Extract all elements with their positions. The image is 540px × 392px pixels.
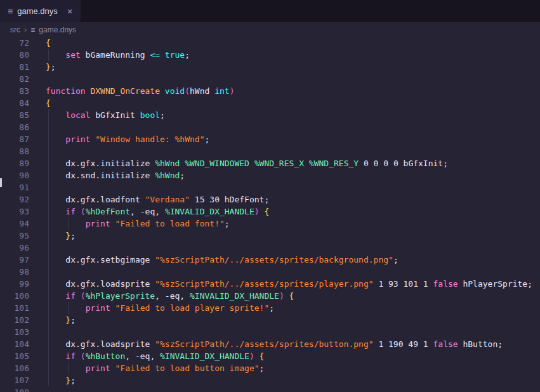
code-text: };	[29, 61, 56, 73]
code-line[interactable]: 108	[0, 386, 540, 392]
token	[76, 207, 81, 216]
line-number[interactable]: 101	[0, 302, 29, 314]
line-number[interactable]: 96	[0, 242, 29, 254]
code-editor[interactable]: 72{80 set bGameRunning <= true;81};8283f…	[0, 37, 540, 392]
token: }	[65, 315, 70, 325]
line-number[interactable]: 85	[0, 109, 29, 121]
code-line[interactable]: 91	[0, 181, 540, 193]
line-number[interactable]: 100	[0, 290, 29, 302]
line-number[interactable]: 93	[0, 206, 29, 218]
line-number[interactable]: 88	[0, 145, 29, 157]
token: ;	[70, 231, 76, 240]
token: 0 0 0 0 bGfxInit;	[359, 159, 448, 168]
code-line[interactable]: 87 print "Window handle: %hWnd";	[0, 133, 540, 145]
token: %WND_WINDOWED	[185, 159, 249, 168]
line-number[interactable]: 102	[0, 314, 29, 326]
line-number[interactable]: 99	[0, 278, 29, 290]
file-type-icon: ≡	[30, 25, 35, 34]
line-number[interactable]: 95	[0, 230, 29, 242]
line-number[interactable]: 80	[0, 49, 29, 61]
code-line[interactable]: 100 if (%hPlayerSprite, -eq, %INVALID_DX…	[0, 290, 540, 302]
indent-guide	[48, 206, 49, 218]
line-number[interactable]: 94	[0, 218, 29, 230]
line-number[interactable]: 92	[0, 193, 29, 206]
indent-guide	[48, 133, 49, 145]
token	[304, 159, 309, 168]
indent-guide	[48, 314, 49, 326]
code-line[interactable]: 81};	[0, 61, 540, 73]
code-line[interactable]: 95 };	[0, 230, 540, 242]
line-number[interactable]: 105	[0, 350, 29, 362]
file-type-icon: ≡	[8, 7, 13, 16]
code-line[interactable]: 85 local bGfxInit bool;	[0, 109, 540, 121]
code-text	[29, 73, 46, 85]
line-number[interactable]: 107	[0, 374, 29, 386]
token	[254, 351, 260, 361]
line-number[interactable]: 98	[0, 266, 29, 278]
token: {	[289, 291, 294, 301]
code-line[interactable]: 96	[0, 242, 540, 254]
line-number[interactable]: 108	[0, 386, 29, 392]
code-line[interactable]: 88	[0, 145, 540, 157]
code-line[interactable]: 92 dx.gfx.loadfont "Verdana" 15 30 hDefF…	[0, 193, 540, 206]
code-line[interactable]: 86	[0, 121, 540, 133]
line-number[interactable]: 91	[0, 181, 29, 193]
token: ;	[204, 134, 209, 144]
breadcrumb-item-file[interactable]: game.dnys	[39, 25, 76, 34]
indent-guide	[48, 290, 49, 302]
code-line[interactable]: 80 set bGameRunning <= true;	[0, 49, 540, 61]
line-number[interactable]: 72	[0, 37, 29, 49]
line-number[interactable]: 87	[0, 133, 29, 145]
code-line[interactable]: 83function DXWND_OnCreate void(hWnd int)	[0, 85, 540, 97]
code-text: };	[29, 374, 76, 386]
token: dx.snd.initialize	[46, 171, 155, 180]
line-number[interactable]: 90	[0, 169, 29, 181]
breadcrumb-item-src[interactable]: src	[10, 25, 20, 34]
token: dx.gfx.initialize	[46, 159, 155, 168]
code-line[interactable]: 93 if (%hDefFont, -eq, %INVALID_DX_HANDL…	[0, 206, 540, 218]
line-number[interactable]: 106	[0, 362, 29, 374]
token: 1 93 101 1	[374, 279, 433, 289]
line-number[interactable]: 89	[0, 157, 29, 169]
token	[110, 219, 115, 228]
indent-guide	[48, 230, 49, 242]
code-line[interactable]: 90 dx.snd.initialize %hWnd;	[0, 169, 540, 181]
code-line[interactable]: 89 dx.gfx.initialize %hWnd %WND_WINDOWED…	[0, 157, 540, 169]
token: set	[65, 50, 80, 60]
code-line[interactable]: 82	[0, 73, 540, 85]
code-text: };	[29, 314, 76, 326]
code-line[interactable]: 98	[0, 266, 540, 278]
code-line[interactable]: 105 if (%hButton, -eq, %INVALID_DX_HANDL…	[0, 350, 540, 362]
code-line[interactable]: 106 print "Failed to load button image";	[0, 362, 540, 374]
line-number[interactable]: 83	[0, 85, 29, 97]
code-line[interactable]: 94 print "Failed to load font!";	[0, 218, 540, 230]
indent-guide	[68, 218, 69, 230]
code-text	[29, 145, 46, 157]
line-number[interactable]: 97	[0, 254, 29, 266]
code-line[interactable]: 107 };	[0, 374, 540, 386]
token: 1 190 49 1	[374, 339, 433, 349]
code-line[interactable]: 101 print "Failed to load player sprite!…	[0, 302, 540, 314]
code-line[interactable]: 104 dx.gfx.loadsprite "%szScriptPath/../…	[0, 338, 540, 350]
line-number[interactable]: 86	[0, 121, 29, 133]
token: 15 30 hDefFont;	[190, 195, 269, 204]
line-number[interactable]: 81	[0, 61, 29, 73]
code-line[interactable]: 102 };	[0, 314, 540, 326]
chevron-right-icon: ›	[24, 25, 27, 34]
close-icon[interactable]: ×	[67, 6, 73, 16]
code-lines: 72{80 set bGameRunning <= true;81};8283f…	[0, 37, 540, 392]
code-line[interactable]: 84{	[0, 97, 540, 109]
line-number[interactable]: 82	[0, 73, 29, 85]
token: void	[165, 86, 185, 96]
token: ;	[180, 171, 185, 180]
code-line[interactable]: 103	[0, 326, 540, 338]
code-line[interactable]: 72{	[0, 37, 540, 49]
code-text: set bGameRunning <= true;	[29, 49, 190, 61]
tab-game-dnys[interactable]: ≡ game.dnys ×	[0, 0, 81, 22]
code-line[interactable]: 99 dx.gfx.loadsprite "%szScriptPath/../a…	[0, 278, 540, 290]
code-line[interactable]: 97 dx.gfx.setbgimage "%szScriptPath/../a…	[0, 254, 540, 266]
line-number[interactable]: 103	[0, 326, 29, 338]
token: ;	[225, 219, 230, 228]
line-number[interactable]: 84	[0, 97, 29, 109]
line-number[interactable]: 104	[0, 338, 29, 350]
